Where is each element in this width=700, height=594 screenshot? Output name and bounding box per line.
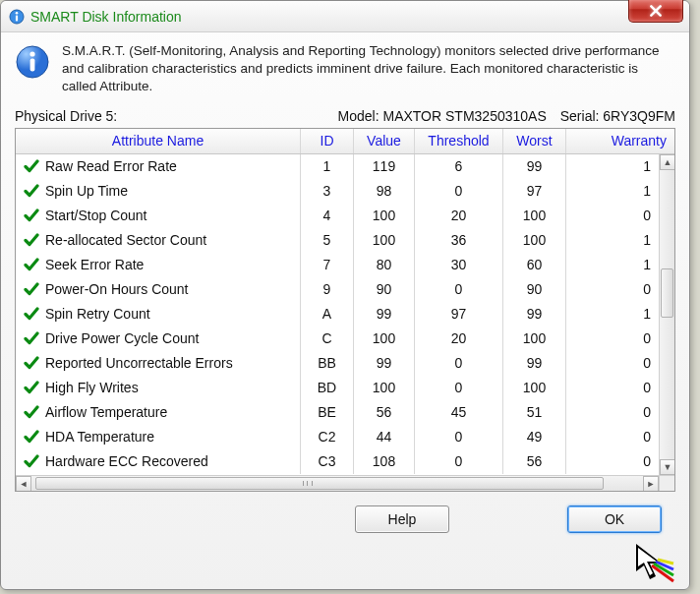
attr-id: C2 [301,425,354,449]
check-icon [24,158,39,174]
table-row[interactable]: Spin Retry CountA9997991 [16,302,659,327]
attr-value: 100 [354,376,415,400]
attr-value: 100 [354,204,415,228]
scroll-down-arrow-icon[interactable]: ▼ [660,459,674,475]
attr-name: Hardware ECC Recovered [45,453,208,469]
col-header-name[interactable]: Attribute Name [16,129,301,153]
attr-id: C [301,327,354,351]
model-label: Model: [338,108,379,124]
attr-threshold: 45 [415,400,503,425]
attr-name: Raw Read Error Rate [45,158,177,174]
table-row[interactable]: Airflow TemperatureBE5645510 [16,400,659,425]
scroll-corner [659,475,674,491]
vscroll-thumb[interactable] [661,268,673,318]
attr-id: 5 [301,228,354,253]
attr-warranty: 1 [566,179,659,204]
vertical-scrollbar[interactable]: ▲ ▼ [659,154,674,475]
attr-name: Drive Power Cycle Count [45,330,199,346]
table-row[interactable]: Raw Read Error Rate11196991 [16,154,659,179]
table-row[interactable]: Reported Uncorrectable ErrorsBB990990 [16,351,659,376]
svg-rect-5 [30,59,35,72]
table-row[interactable]: Start/Stop Count4100201000 [16,204,659,228]
table-row[interactable]: HDA TemperatureC2440490 [16,425,659,449]
table-row[interactable]: High Fly WritesBD10001000 [16,376,659,400]
attr-id: 1 [301,154,354,179]
attr-value: 56 [354,400,415,425]
attr-value: 99 [354,351,415,376]
attr-name: Power-On Hours Count [45,281,189,297]
hscroll-thumb[interactable] [35,477,604,490]
attr-id: 3 [301,179,354,204]
table-row[interactable]: Hardware ECC RecoveredC31080560 [16,449,659,474]
attr-value: 119 [354,154,415,179]
attr-value: 98 [354,179,415,204]
attr-threshold: 20 [415,327,503,351]
attr-warranty: 0 [566,400,659,425]
attr-value: 108 [354,449,415,474]
table-row[interactable]: Drive Power Cycle CountC100201000 [16,327,659,351]
horizontal-scrollbar[interactable]: ◄ ► [16,475,659,491]
smart-attribute-grid: Attribute Name ID Value Threshold Worst … [15,128,675,492]
intro-block: S.M.A.R.T. (Self-Monitoring, Analysis an… [15,42,675,96]
check-icon [24,429,39,445]
attr-warranty: 0 [566,351,659,376]
attr-worst: 90 [503,277,566,302]
col-header-id[interactable]: ID [301,129,354,153]
attr-name: Re-allocated Sector Count [45,232,206,248]
scroll-right-arrow-icon[interactable]: ► [643,476,659,491]
attr-warranty: 0 [566,204,659,228]
col-header-worst[interactable]: Worst [503,129,566,153]
attr-threshold: 0 [415,179,503,204]
attr-threshold: 0 [415,449,503,474]
attr-id: BB [301,351,354,376]
check-icon [24,355,39,371]
ok-button[interactable]: OK [567,505,662,533]
attr-warranty: 1 [566,302,659,327]
attr-warranty: 0 [566,449,659,474]
check-icon [24,380,39,395]
table-row[interactable]: Seek Error Rate78030601 [16,253,659,277]
attr-threshold: 20 [415,204,503,228]
attr-warranty: 0 [566,376,659,400]
table-row[interactable]: Re-allocated Sector Count5100361001 [16,228,659,253]
vscroll-track[interactable] [660,170,674,459]
attr-threshold: 0 [415,277,503,302]
attr-name: Reported Uncorrectable Errors [45,355,233,371]
attr-worst: 60 [503,253,566,277]
attr-threshold: 6 [415,154,503,179]
serial-label: Serial: [560,108,600,124]
attr-value: 80 [354,253,415,277]
check-icon [24,453,39,469]
scroll-left-arrow-icon[interactable]: ◄ [16,476,31,491]
check-icon [24,306,39,322]
attr-id: A [301,302,354,327]
info-icon [9,9,25,25]
attr-name: Spin Up Time [45,183,128,199]
attr-name: HDA Temperature [45,429,154,445]
attr-warranty: 1 [566,228,659,253]
table-row[interactable]: Power-On Hours Count9900900 [16,277,659,302]
attr-value: 90 [354,277,415,302]
col-header-warranty[interactable]: Warranty [566,129,674,153]
attr-name: High Fly Writes [45,380,139,395]
attr-worst: 51 [503,400,566,425]
grid-rows: Raw Read Error Rate11196991Spin Up Time3… [16,154,659,475]
svg-point-1 [16,12,19,15]
grid-header: Attribute Name ID Value Threshold Worst … [16,129,674,154]
check-icon [24,208,39,223]
attr-worst: 56 [503,449,566,474]
attr-value: 100 [354,327,415,351]
table-row[interactable]: Spin Up Time3980971 [16,179,659,204]
info-large-icon [15,44,50,80]
attr-id: BE [301,400,354,425]
window-title: SMART Disk Information [30,9,182,25]
attr-worst: 99 [503,154,566,179]
col-header-value[interactable]: Value [354,129,415,153]
col-header-threshold[interactable]: Threshold [415,129,503,153]
attr-worst: 49 [503,425,566,449]
attr-warranty: 1 [566,253,659,277]
scroll-up-arrow-icon[interactable]: ▲ [660,154,674,170]
help-button[interactable]: Help [355,505,449,533]
close-button[interactable] [628,0,683,23]
hscroll-track[interactable] [31,476,643,491]
